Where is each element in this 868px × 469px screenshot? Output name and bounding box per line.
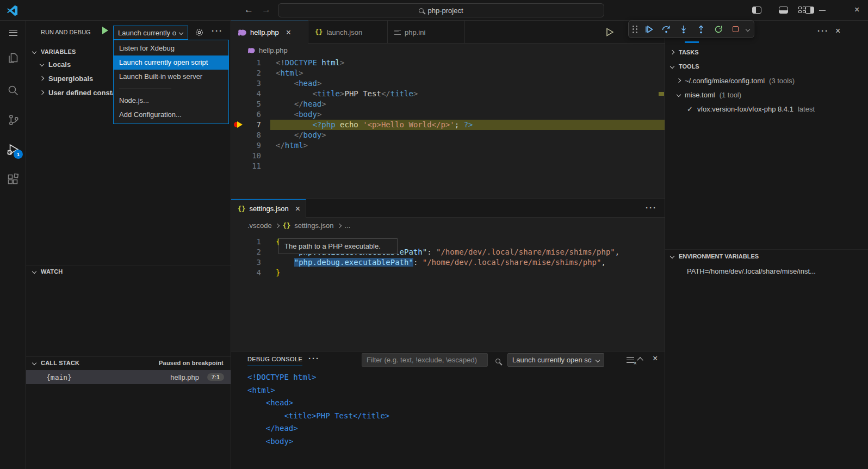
tool-file-row-mise-toml[interactable]: mise.toml (1 tool) <box>665 88 868 101</box>
panel-more-actions-button[interactable]: ··· <box>817 26 829 35</box>
hover-tooltip: The path to a PHP executable. <box>278 238 398 254</box>
stop-options-chevron-icon[interactable] <box>745 27 749 31</box>
mise-side-panel: ··· × TASKS TOOLS ~/.config/mise/config.… <box>665 21 868 469</box>
tool-entry-row-vfox-php[interactable]: ✓ vfox:version-fox/vfox-php 8.4.1 latest <box>665 102 868 115</box>
tab-hellp-php[interactable]: hellp.php × <box>231 21 308 44</box>
step-into-icon <box>679 25 688 34</box>
tab-close-icon[interactable]: × <box>295 205 300 213</box>
frame-position-badge: 7:1 <box>207 373 224 381</box>
step-out-icon <box>697 25 705 34</box>
vscode-window: ← → php-project × <box>0 0 868 469</box>
code-line: <!DOCTYPE html> <box>231 371 665 384</box>
close-panel-icon[interactable]: × <box>653 354 658 363</box>
breadcrumb[interactable]: hellp.php <box>231 44 665 57</box>
nav-forward-button[interactable]: → <box>262 3 271 16</box>
menu-item-nodejs[interactable]: Node.js... <box>114 94 228 108</box>
start-debug-button[interactable] <box>102 27 108 34</box>
hamburger-icon <box>9 30 17 36</box>
debug-continue-button[interactable] <box>642 22 656 36</box>
session-value: Launch currently open script <box>512 356 592 364</box>
env-variables-section-header[interactable]: ENVIRONMENT VARIABLES <box>665 249 868 262</box>
call-stack-section-header[interactable]: CALL STACK Paused on breakpoint <box>26 356 231 368</box>
toggle-panel-icon[interactable] <box>779 7 788 14</box>
chevron-down-icon <box>32 360 36 365</box>
debug-step-out-button[interactable] <box>694 22 708 36</box>
menu-item-launch-current-script[interactable]: Launch currently open script <box>114 55 228 70</box>
clear-console-icon[interactable] <box>627 357 634 363</box>
activity-bar: 1 <box>0 21 26 469</box>
sidebar-item-extensions[interactable] <box>0 169 26 190</box>
panel-more-actions-button[interactable]: ··· <box>308 354 320 363</box>
sidebar-item-run-debug[interactable]: 1 <box>0 139 26 161</box>
panel-close-icon[interactable]: × <box>835 27 840 35</box>
extensions-icon <box>7 173 20 186</box>
code-line: 1<!DOCTYPE html> <box>231 58 665 68</box>
chevron-right-icon <box>677 78 681 83</box>
code-line: </head> <box>231 422 665 435</box>
chevron-down-icon <box>32 50 36 54</box>
sidebar-item-search[interactable] <box>0 79 26 101</box>
code-editor-hellp-php[interactable]: 1<!DOCTYPE html>2<html>3 <head>4 <title>… <box>231 58 665 171</box>
sidebar-more-actions-button[interactable]: ··· <box>212 26 223 35</box>
title-bar: ← → php-project × <box>0 0 868 21</box>
debug-config-menu: Listen for Xdebug Launch currently open … <box>113 40 229 124</box>
toggle-sidebar-right-icon[interactable] <box>805 7 814 14</box>
breakpoint-current-line-icon[interactable] <box>233 120 244 129</box>
command-center-search[interactable]: php-project <box>278 3 604 17</box>
breadcrumb-item: .vscode <box>247 221 272 230</box>
debug-restart-button[interactable] <box>711 22 726 36</box>
window-minimize-button[interactable] <box>819 10 826 11</box>
debug-session-dropdown[interactable]: Launch currently open script <box>507 353 604 367</box>
editor-group-top: hellp.php × {} launch.json php.ini hellp… <box>231 21 665 199</box>
tool-file-row-config-toml[interactable]: ~/.config/mise/config.toml (3 tools) <box>665 74 868 87</box>
menu-item-listen-xdebug[interactable]: Listen for Xdebug <box>114 41 228 55</box>
window-close-button[interactable]: × <box>854 5 859 14</box>
tab-launch-json[interactable]: {} launch.json <box>308 21 388 44</box>
menu-item-add-configuration[interactable]: Add Configuration... <box>114 108 228 122</box>
debug-step-into-button[interactable] <box>677 22 691 36</box>
chevron-down-icon <box>670 64 674 69</box>
debug-stop-button[interactable] <box>729 22 743 36</box>
tab-php-ini[interactable]: php.ini <box>388 21 465 44</box>
debug-count-badge: 1 <box>14 150 23 159</box>
debug-config-dropdown[interactable]: Launch currently open script <box>113 26 188 40</box>
toggle-sidebar-left-icon[interactable] <box>752 7 761 14</box>
editor-more-actions-button[interactable]: ··· <box>646 203 657 212</box>
active-view-indicator <box>685 41 699 43</box>
gear-icon[interactable] <box>195 28 204 37</box>
tasks-section-header[interactable]: TASKS <box>665 46 868 59</box>
toolbar-drag-handle[interactable] <box>633 26 637 33</box>
continue-icon <box>644 25 653 34</box>
nav-back-button[interactable]: ← <box>244 3 253 16</box>
env-variable-row-path[interactable]: PATH=/home/dev/.local/share/mise/inst... <box>665 264 868 277</box>
tab-label: php.ini <box>405 28 425 36</box>
code-line: <title>PHP Test</title> <box>231 410 665 423</box>
debug-toolbar <box>628 20 754 38</box>
breadcrumb-separator-icon <box>275 223 280 227</box>
sidebar-item-source-control[interactable] <box>0 109 26 131</box>
vscode-logo-icon <box>7 5 18 16</box>
tooltip-text: The path to a PHP executable. <box>284 242 381 250</box>
watch-section-header[interactable]: WATCH <box>26 265 231 277</box>
menu-item-launch-builtin-server[interactable]: Launch Built-in web server <box>114 70 228 84</box>
breadcrumb[interactable]: .vscode {} settings.json ... <box>231 219 665 232</box>
stack-frame-row[interactable]: {main} hellp.php 7:1 <box>26 370 231 384</box>
console-output[interactable]: <!DOCTYPE html><html> <head> <title>PHP … <box>231 371 665 448</box>
tab-settings-json[interactable]: {} settings.json × <box>231 199 306 218</box>
tool-file-name: ~/.config/mise/config.toml <box>685 77 765 85</box>
tools-section-header[interactable]: TOOLS <box>665 60 868 73</box>
chevron-down-icon <box>179 30 183 35</box>
customize-layout-icon[interactable] <box>798 7 806 13</box>
sidebar-item-explorer[interactable] <box>0 47 26 69</box>
maximize-panel-icon[interactable] <box>637 357 643 363</box>
debug-step-over-button[interactable] <box>659 22 673 36</box>
code-line: <html> <box>231 384 665 397</box>
code-line: 9</html> <box>231 140 665 151</box>
menu-hamburger-button[interactable] <box>0 22 26 44</box>
tab-bar: hellp.php × {} launch.json php.ini <box>231 21 665 44</box>
tab-close-icon[interactable]: × <box>286 28 291 37</box>
panel-tab-debug-console[interactable]: DEBUG CONSOLE <box>247 356 302 362</box>
run-file-button[interactable] <box>604 27 615 38</box>
check-icon: ✓ <box>687 105 693 113</box>
console-filter-input[interactable] <box>362 353 488 367</box>
